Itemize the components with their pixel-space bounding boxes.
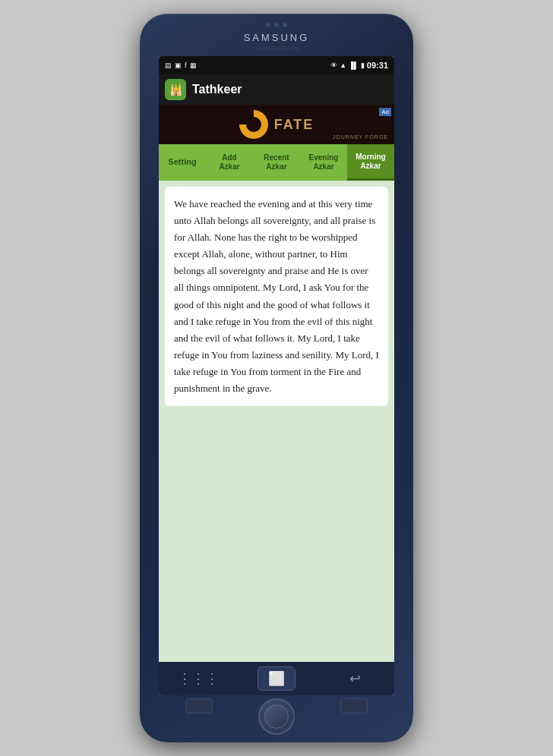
status-icons-left: ▤ ▣ f ▦: [165, 61, 197, 69]
battery-icon: ▮: [361, 61, 365, 69]
ad-label: Ad: [379, 108, 391, 116]
eye-icon: 👁: [330, 61, 337, 69]
azkar-text: We have reached the evening and at this …: [174, 196, 379, 397]
tab-morning-azkar[interactable]: MorningAzkar: [347, 144, 394, 181]
message-icon: ▤: [165, 61, 172, 69]
nav-back-button[interactable]: ↩: [336, 666, 374, 691]
right-soft-key[interactable]: [340, 698, 368, 713]
left-soft-key[interactable]: [185, 698, 213, 713]
ad-sub-text: JOURNEY FORGE: [333, 134, 388, 140]
status-time: 09:31: [367, 61, 388, 70]
ad-logo: [239, 110, 268, 139]
tab-evening-azkar[interactable]: EveningAzkar: [300, 144, 347, 181]
image-icon: ▣: [175, 61, 182, 69]
signal-icon: ▐▌: [349, 61, 359, 69]
speaker-dot: [274, 23, 279, 27]
status-icons-right: 👁 ▲ ▐▌ ▮ 09:31: [330, 61, 388, 70]
phone-screen: ▤ ▣ f ▦ 👁 ▲ ▐▌ ▮ 09:31 🕌 Tathkeer FATE A…: [159, 56, 394, 695]
speaker-dot: [283, 23, 287, 27]
app-title: Tathkeer: [192, 83, 242, 96]
phone-frame: SAMSUNG ▤ ▣ f ▦ 👁 ▲ ▐▌ ▮ 09:31 🕌 Tathkee…: [140, 14, 413, 742]
bottom-nav-bar: ⋮⋮⋮ ⬜ ↩: [159, 662, 394, 695]
speaker-dots: [266, 23, 287, 27]
tab-setting[interactable]: Setting: [159, 144, 206, 181]
speaker-dot: [266, 23, 270, 27]
back-icon: ↩: [349, 670, 361, 687]
facebook-icon: f: [185, 61, 187, 69]
nav-menu-button[interactable]: ⋮⋮⋮: [179, 666, 217, 691]
home-button[interactable]: [258, 698, 295, 735]
phone-bottom: [140, 698, 413, 742]
app-bar: 🕌 Tathkeer: [159, 74, 394, 105]
status-bar: ▤ ▣ f ▦ 👁 ▲ ▐▌ ▮ 09:31: [159, 56, 394, 74]
home-button-inner: [264, 704, 289, 729]
tab-recent-azkar[interactable]: RecentAzkar: [253, 144, 300, 181]
content-area: We have reached the evening and at this …: [159, 181, 394, 662]
menu-icon: ⋮⋮⋮: [178, 670, 219, 687]
side-buttons: [185, 698, 368, 735]
wifi-icon: ▲: [340, 61, 346, 69]
app-icon: 🕌: [165, 79, 186, 100]
clipboard-icon: ▦: [190, 61, 197, 69]
home-icon: ⬜: [268, 670, 285, 687]
ad-brand-text: FATE: [274, 117, 314, 133]
tab-add-azkar[interactable]: AddAzkar: [206, 144, 253, 181]
speaker-bar: [254, 46, 299, 50]
brand-logo: SAMSUNG: [244, 32, 310, 43]
content-card: We have reached the evening and at this …: [165, 187, 388, 406]
ad-banner[interactable]: FATE Ad JOURNEY FORGE: [159, 105, 394, 144]
tab-bar: Setting AddAzkar RecentAzkar EveningAzka…: [159, 144, 394, 181]
phone-top: SAMSUNG: [140, 14, 413, 53]
nav-home-button[interactable]: ⬜: [258, 666, 295, 691]
